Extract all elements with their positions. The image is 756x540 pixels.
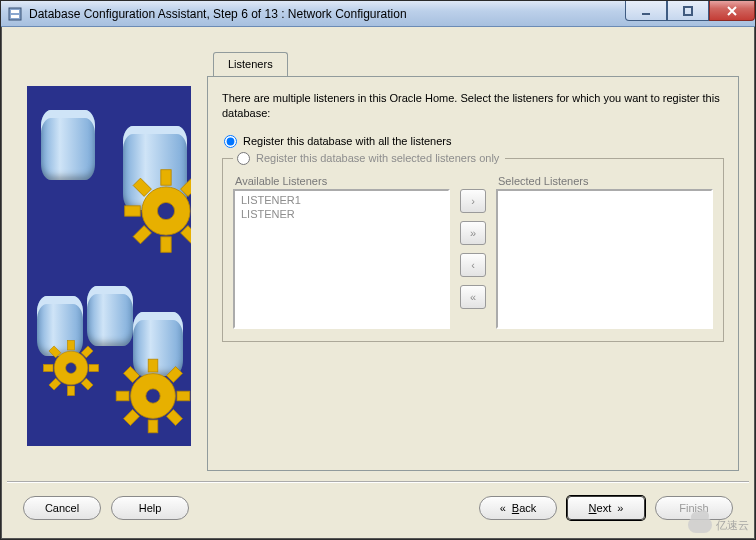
app-icon: [7, 6, 23, 22]
close-button[interactable]: [709, 1, 755, 21]
gear-icon: [41, 338, 101, 398]
client-area: Listeners There are multiple listeners i…: [7, 31, 749, 533]
selected-listeners-group: Register this database with selected lis…: [222, 152, 724, 342]
transfer-buttons: › » ‹ «: [460, 175, 486, 329]
svg-rect-18: [89, 364, 99, 371]
available-label: Available Listeners: [235, 175, 450, 187]
tab-listeners[interactable]: Listeners: [213, 52, 288, 78]
cancel-label: Cancel: [45, 502, 79, 514]
svg-rect-4: [684, 7, 692, 15]
svg-rect-0: [9, 8, 21, 20]
window-controls: [625, 1, 755, 26]
available-listbox[interactable]: LISTENER1 LISTENER: [233, 189, 450, 329]
svg-point-34: [146, 389, 160, 403]
svg-point-24: [66, 363, 77, 374]
svg-rect-19: [43, 364, 53, 371]
chevron-left-icon: ‹: [471, 259, 475, 271]
wizard-sidebar-graphic: [27, 86, 191, 446]
svg-rect-2: [11, 15, 19, 18]
add-button[interactable]: ›: [460, 189, 486, 213]
help-button[interactable]: Help: [111, 496, 189, 520]
svg-rect-26: [148, 359, 158, 372]
tabstrip: Listeners: [213, 51, 288, 77]
gear-icon: [113, 356, 191, 436]
svg-rect-1: [11, 10, 19, 13]
back-label: Back: [512, 502, 536, 514]
wizard-footer: Cancel Help « Back Next » Finish: [7, 481, 749, 533]
radio-register-selected-label: Register this database with selected lis…: [256, 152, 499, 164]
chevron-right-icon: ›: [471, 195, 475, 207]
double-chevron-right-icon: »: [470, 227, 476, 239]
close-icon: [727, 6, 737, 16]
main-panel: Listeners There are multiple listeners i…: [207, 51, 739, 471]
available-column: Available Listeners LISTENER1 LISTENER: [233, 175, 450, 329]
radio-register-all[interactable]: [224, 135, 237, 148]
remove-button[interactable]: ‹: [460, 253, 486, 277]
svg-rect-29: [116, 391, 129, 401]
minimize-icon: [641, 6, 651, 16]
radio-register-all-label: Register this database with all the list…: [243, 135, 452, 147]
minimize-button[interactable]: [625, 1, 667, 21]
radio-register-selected-row[interactable]: Register this database with selected lis…: [235, 152, 499, 165]
wizard-body: Listeners There are multiple listeners i…: [7, 31, 749, 481]
svg-rect-27: [148, 420, 158, 433]
svg-point-14: [157, 202, 174, 219]
next-button[interactable]: Next »: [567, 496, 645, 520]
svg-rect-16: [67, 340, 74, 350]
svg-rect-28: [177, 391, 190, 401]
gear-icon: [123, 168, 191, 254]
instruction-text: There are multiple listeners in this Ora…: [222, 91, 724, 121]
svg-rect-7: [161, 237, 171, 252]
cloud-icon: [688, 517, 712, 533]
titlebar[interactable]: Database Configuration Assistant, Step 6…: [1, 1, 755, 27]
svg-rect-13: [133, 178, 151, 196]
next-label: Next: [589, 502, 612, 514]
radio-register-all-row[interactable]: Register this database with all the list…: [222, 135, 724, 148]
svg-rect-11: [133, 226, 151, 244]
svg-rect-17: [67, 386, 74, 396]
list-item[interactable]: LISTENER1: [239, 193, 444, 207]
double-chevron-left-icon: «: [470, 291, 476, 303]
list-item[interactable]: LISTENER: [239, 207, 444, 221]
watermark-text: 亿速云: [716, 518, 749, 533]
svg-rect-9: [125, 206, 140, 216]
chevron-left-icon: «: [500, 502, 506, 514]
watermark: 亿速云: [688, 517, 749, 533]
maximize-icon: [683, 6, 693, 16]
back-button[interactable]: « Back: [479, 496, 557, 520]
add-all-button[interactable]: »: [460, 221, 486, 245]
radio-register-selected[interactable]: [237, 152, 250, 165]
svg-rect-6: [161, 170, 171, 185]
help-label: Help: [139, 502, 162, 514]
app-window: Database Configuration Assistant, Step 6…: [0, 0, 756, 540]
svg-rect-3: [642, 13, 650, 15]
tab-panel: There are multiple listeners in this Ora…: [207, 76, 739, 471]
selected-column: Selected Listeners: [496, 175, 713, 329]
window-title: Database Configuration Assistant, Step 6…: [29, 7, 625, 21]
cancel-button[interactable]: Cancel: [23, 496, 101, 520]
maximize-button[interactable]: [667, 1, 709, 21]
chevron-right-icon: »: [617, 502, 623, 514]
selected-label: Selected Listeners: [498, 175, 713, 187]
remove-all-button[interactable]: «: [460, 285, 486, 309]
selected-listbox[interactable]: [496, 189, 713, 329]
dual-list: Available Listeners LISTENER1 LISTENER ›: [233, 175, 713, 329]
